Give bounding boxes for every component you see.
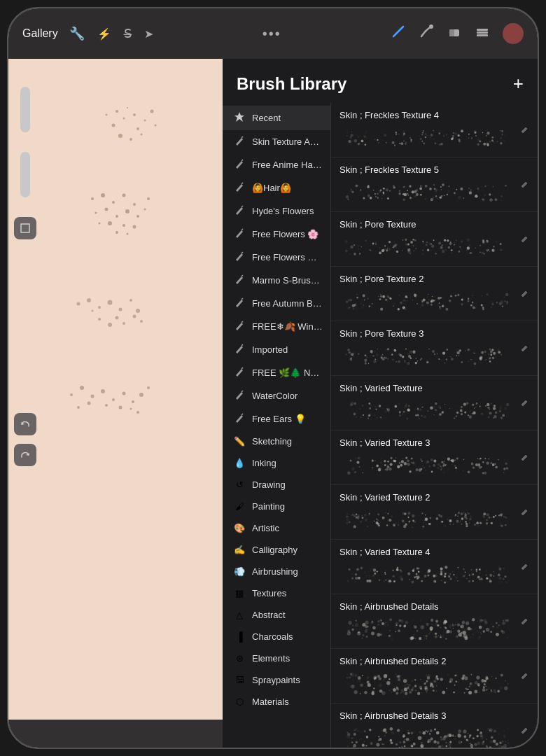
svg-point-1041: [356, 516, 358, 519]
sidebar-item-winter[interactable]: FREE❄🍂 Winter N…: [223, 315, 330, 338]
sidebar-item-inking[interactable]: 💧Inking: [223, 452, 330, 474]
sidebar-item-airbrushing[interactable]: 💨Airbrushing: [223, 561, 330, 582]
brush-item[interactable]: Skin ; Freckles Texture 4: [331, 103, 538, 158]
svg-point-1237: [502, 582, 503, 582]
redo-btn[interactable]: [14, 444, 36, 466]
sidebar-item-nature[interactable]: FREE 🌿🌲 Nature: [223, 361, 330, 384]
svg-point-1705: [391, 732, 394, 734]
sidebar-item-skin-texture[interactable]: Skin Texture And Por…: [223, 130, 330, 153]
svg-point-1100: [484, 517, 484, 518]
brush-name: Skin ; Airbrushed Details 3: [340, 710, 515, 721]
svg-point-1649: [499, 732, 500, 733]
color-picker[interactable]: [503, 23, 524, 44]
sidebar-item-anime-hair[interactable]: Free Anime Hair 👧: [223, 153, 330, 176]
sidebar-item-charcoals[interactable]: ▐Charcoals: [223, 626, 330, 648]
layers-icon[interactable]: [475, 24, 490, 43]
sidebar-item-marmo[interactable]: Marmo S-Brush Pack: [223, 269, 330, 292]
svg-point-227: [435, 195, 438, 197]
svg-point-644: [407, 362, 410, 365]
svg-point-648: [451, 358, 454, 360]
svg-point-649: [426, 361, 428, 364]
svg-point-1568: [451, 681, 454, 684]
sidebar-item-recent[interactable]: Recent: [223, 106, 330, 130]
svg-point-1455: [391, 692, 393, 694]
svg-point-371: [422, 241, 424, 242]
svg-point-551: [378, 296, 379, 297]
brush-item[interactable]: Skin ; Varied Texture 3: [331, 430, 538, 485]
svg-point-1223: [498, 566, 500, 568]
sidebar-item-watercolor[interactable]: WaterColor: [223, 384, 330, 407]
sidebar-item-free-ears[interactable]: Free Ears 💡: [223, 407, 330, 430]
add-brush-button[interactable]: +: [513, 73, 524, 94]
category-label-nature: FREE 🌿🌲 Nature: [252, 368, 323, 378]
more-options-button[interactable]: •••: [262, 26, 281, 42]
sidebar-item-textures[interactable]: ▦Textures: [223, 582, 330, 604]
arrow-icon[interactable]: ➤: [144, 27, 153, 41]
brush-item[interactable]: Skin ; Airbrushed Details: [331, 594, 538, 649]
svg-point-1602: [449, 741, 451, 743]
eraser-icon[interactable]: [447, 24, 462, 43]
sidebar-item-autumn[interactable]: Free Autumn Brushes…: [223, 292, 330, 315]
svg-point-1029: [441, 521, 443, 523]
sidebar-item-free-flowers[interactable]: Free Flowers 🌸: [223, 223, 330, 246]
svg-point-845: [446, 464, 447, 465]
draw-pencil-icon[interactable]: [391, 24, 406, 43]
brush-item[interactable]: Skin ; Pore Texture 3: [331, 321, 538, 376]
sidebar-item-imported[interactable]: Imported: [223, 338, 330, 361]
brush-item[interactable]: Skin ; Pore Texture 2: [331, 267, 538, 321]
category-icon-nature: [232, 367, 246, 379]
sidebar-item-elements[interactable]: ⊛Elements: [223, 648, 330, 669]
sidebar-item-sketching[interactable]: ✏️Sketching: [223, 430, 330, 452]
svg-point-606: [493, 352, 496, 355]
brush-item[interactable]: Skin ; Freckles Texture 5: [331, 158, 538, 212]
svg-point-1307: [404, 624, 406, 626]
svg-point-813: [384, 411, 386, 413]
svg-point-655: [400, 355, 401, 356]
svg-point-440: [493, 246, 494, 247]
svg-point-1194: [444, 581, 446, 583]
svg-point-153: [500, 137, 502, 139]
sidebar-item-calligraphy[interactable]: ✍Calligraphy: [223, 539, 330, 561]
opacity-slider[interactable]: [20, 152, 30, 197]
svg-point-284: [430, 189, 430, 190]
strikethrough-icon[interactable]: S̶: [124, 26, 132, 41]
svg-point-205: [495, 198, 498, 201]
undo-btn[interactable]: [14, 413, 36, 435]
sidebar-item-painting[interactable]: 🖌Painting: [223, 496, 330, 517]
svg-point-41: [108, 300, 113, 305]
smudge-icon[interactable]: [419, 24, 434, 43]
svg-point-799: [410, 406, 412, 407]
category-label-recent: Recent: [252, 113, 281, 123]
svg-point-930: [404, 462, 407, 465]
svg-point-908: [407, 465, 408, 467]
svg-point-179: [400, 142, 403, 145]
svg-point-395: [479, 245, 481, 246]
svg-point-1096: [385, 512, 386, 514]
sidebar-item-abstract[interactable]: △Abstract: [223, 604, 330, 626]
svg-point-171: [351, 134, 354, 136]
square-tool-btn[interactable]: [14, 217, 36, 239]
sidebar-item-spraypaints[interactable]: 🖫Spraypaints: [223, 669, 330, 691]
wrench-icon[interactable]: 🔧: [69, 26, 85, 41]
brush-info: Skin ; Varied Texture 4: [340, 547, 515, 587]
brush-size-slider[interactable]: [20, 87, 30, 132]
brush-item[interactable]: Skin ; Varied Texture 2: [331, 485, 538, 540]
svg-point-1402: [426, 638, 427, 640]
sidebar-item-hydes-flowers[interactable]: Hyde's Flowers: [223, 200, 330, 223]
svg-point-1509: [393, 688, 396, 692]
sidebar-item-drawing[interactable]: ↺Drawing: [223, 474, 330, 496]
sidebar-item-materials[interactable]: ⬡Materials: [223, 691, 330, 713]
brush-item[interactable]: Skin ; Pore Texture: [331, 212, 538, 267]
sidebar-item-free-flowers-v2[interactable]: Free Flowers 🌸 V.2: [223, 246, 330, 269]
brush-item[interactable]: Skin ; Airbrushed Details 3: [331, 704, 538, 748]
sidebar-item-artistic[interactable]: 🎨Artistic: [223, 517, 330, 539]
brush-item[interactable]: Skin ; Airbrushed Details 2: [331, 649, 538, 704]
brush-item[interactable]: Skin ; Varied Texture: [331, 376, 538, 430]
gallery-button[interactable]: Gallery: [22, 27, 58, 40]
svg-point-698: [376, 416, 378, 419]
svg-point-384: [500, 243, 502, 245]
sidebar-item-hair[interactable]: 🙆Hair🙆: [223, 176, 330, 200]
lightning-icon[interactable]: ⚡: [97, 27, 111, 41]
svg-point-891: [451, 459, 454, 462]
brush-item[interactable]: Skin ; Varied Texture 4: [331, 540, 538, 594]
